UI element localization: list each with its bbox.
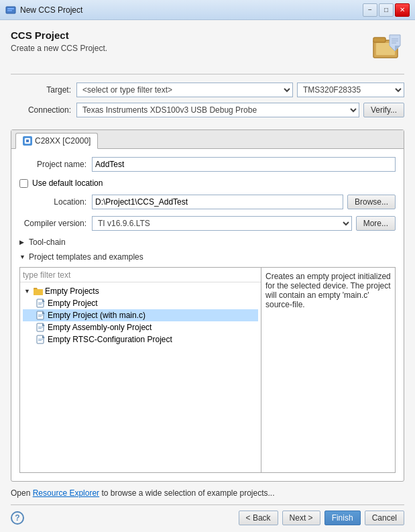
target-row: Target: <select or type filter text> TMS…: [11, 83, 404, 97]
chip-icon: [23, 136, 32, 146]
svg-rect-14: [38, 304, 42, 305]
header-text-area: CCS Project Create a new CCS Project.: [11, 30, 369, 53]
footer-buttons: < Back Next > Finish Cancel: [24, 511, 404, 525]
verify-button[interactable]: Verify...: [363, 103, 404, 117]
connection-label: Connection:: [11, 105, 71, 115]
svg-rect-22: [38, 328, 42, 329]
location-input[interactable]: [92, 195, 343, 209]
folder-expand-icon: ▼: [24, 288, 31, 295]
svg-rect-1: [7, 8, 14, 9]
svg-rect-13: [38, 303, 43, 303]
svg-rect-18: [38, 316, 42, 317]
target-select[interactable]: <select or type filter text>: [76, 83, 293, 97]
tree-items: ▼ Empty Projects: [20, 282, 261, 348]
description-panel: Creates an empty project initialized for…: [261, 267, 396, 473]
connection-select[interactable]: Texas Instruments XDS100v3 USB Debug Pro…: [76, 103, 359, 117]
dialog-title: CCS Project: [11, 30, 369, 41]
device-select[interactable]: TMS320F28335: [297, 83, 404, 97]
connection-controls: Texas Instruments XDS100v3 USB Debug Pro…: [76, 103, 404, 117]
templates-content: ▼ Empty Projects: [19, 267, 396, 473]
svg-rect-17: [38, 315, 43, 315]
tree-panel: ▼ Empty Projects: [19, 267, 261, 473]
toolchain-section[interactable]: ▶ Tool-chain: [19, 237, 396, 247]
app-icon: [5, 5, 16, 15]
connection-row: Connection: Texas Instruments XDS100v3 U…: [11, 103, 404, 117]
compiler-label: Compiler version:: [19, 219, 86, 228]
tree-item-label-3: Empty RTSC-Configuration Project: [48, 335, 172, 344]
svg-rect-21: [38, 327, 43, 327]
tree-item-2[interactable]: Empty Assembly-only Project: [23, 321, 258, 333]
use-default-location-checkbox[interactable]: [19, 179, 28, 188]
more-button[interactable]: More...: [356, 216, 396, 231]
tree-item-label-1: Empty Project (with main.c): [48, 311, 145, 320]
tree-item-3[interactable]: Empty RTSC-Configuration Project: [23, 333, 258, 345]
tree-item-1[interactable]: Empty Project (with main.c): [23, 309, 258, 321]
project-icon-0: [36, 299, 46, 308]
minimize-button[interactable]: −: [363, 3, 377, 17]
maximize-button[interactable]: □: [379, 3, 394, 17]
svg-rect-26: [38, 340, 42, 341]
tab-label: C28XX [C2000]: [35, 136, 91, 146]
header-separator: [11, 74, 404, 74]
svg-rect-10: [26, 140, 29, 142]
description-text: Creates an empty project initialized for…: [265, 272, 391, 309]
project-icon-2: [36, 323, 46, 332]
tab-panel: C28XX [C2000] Project name: Use default …: [11, 129, 404, 482]
project-name-label: Project name:: [19, 160, 86, 169]
tab-header: C28XX [C2000]: [11, 130, 404, 149]
location-row: Location: Browse...: [19, 195, 396, 209]
header-icon: [369, 30, 404, 64]
tab-content: Project name: Use default location Locat…: [11, 149, 404, 481]
project-icon-1: [36, 311, 46, 320]
toolchain-expand-icon: ▶: [19, 239, 26, 246]
templates-label: Project templates and examples: [29, 252, 143, 262]
dialog-header: CCS Project Create a new CCS Project.: [11, 30, 404, 64]
bottom-link-text1: Open: [11, 488, 33, 498]
browse-button[interactable]: Browse...: [347, 195, 396, 209]
bottom-link-text2: to browse a wide selection of example pr…: [99, 488, 274, 498]
dialog-subtitle: Create a new CCS Project.: [11, 44, 369, 53]
folder-icon: [34, 287, 43, 295]
tree-item-0[interactable]: Empty Project: [23, 297, 258, 309]
use-default-location-row: Use default location: [19, 178, 396, 188]
tree-folder-label: Empty Projects: [45, 286, 99, 296]
back-button[interactable]: < Back: [239, 511, 278, 525]
close-button[interactable]: ✕: [395, 3, 410, 17]
tree-filter-input[interactable]: [20, 268, 261, 282]
templates-expand-icon: ▼: [19, 254, 26, 260]
svg-rect-4: [373, 38, 386, 42]
bottom-link-area: Open Resource Explorer to browse a wide …: [11, 488, 404, 498]
svg-rect-25: [38, 339, 43, 339]
window-controls: − □ ✕: [363, 3, 410, 17]
target-label: Target:: [11, 85, 71, 95]
title-bar: New CCS Project − □ ✕: [0, 0, 415, 20]
tab-c28xx[interactable]: C28XX [C2000]: [15, 133, 98, 149]
window-title: New CCS Project: [20, 5, 363, 15]
compiler-row: Compiler version: TI v16.9.6.LTS More...: [19, 216, 396, 231]
cancel-button[interactable]: Cancel: [365, 511, 404, 525]
tree-item-label-0: Empty Project: [48, 299, 98, 308]
finish-button[interactable]: Finish: [324, 511, 361, 525]
dialog-body: CCS Project Create a new CCS Project. Ta…: [0, 20, 415, 532]
project-name-row: Project name:: [19, 157, 396, 172]
project-name-input[interactable]: [92, 157, 396, 172]
compiler-select[interactable]: TI v16.9.6.LTS: [92, 216, 352, 231]
location-label: Location:: [19, 197, 86, 207]
target-controls: <select or type filter text> TMS320F2833…: [76, 83, 404, 97]
dialog-footer: ? < Back Next > Finish Cancel: [11, 504, 404, 525]
use-default-location-label: Use default location: [32, 178, 103, 188]
next-button[interactable]: Next >: [282, 511, 320, 525]
templates-section[interactable]: ▼ Project templates and examples: [19, 252, 396, 262]
tree-item-label-2: Empty Assembly-only Project: [48, 323, 152, 332]
resource-explorer-link[interactable]: Resource Explorer: [33, 488, 99, 498]
tree-folder-empty-projects[interactable]: ▼ Empty Projects: [23, 285, 258, 297]
svg-rect-2: [7, 10, 12, 11]
toolchain-label: Tool-chain: [29, 237, 66, 247]
help-button[interactable]: ?: [11, 511, 24, 525]
project-icon-3: [36, 335, 46, 344]
